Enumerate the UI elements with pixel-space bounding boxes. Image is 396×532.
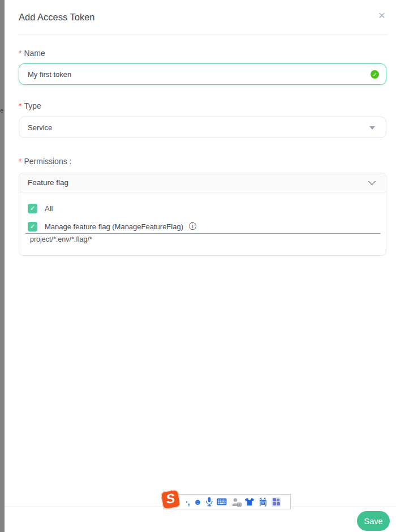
- close-icon[interactable]: ×: [375, 8, 389, 23]
- feature-flag-collapse-header[interactable]: Feature flag: [19, 173, 386, 192]
- punctuation-icon[interactable]: ·,: [186, 497, 190, 507]
- header-divider: [18, 35, 388, 35]
- background-text-fragment: e: [0, 107, 6, 114]
- simplified-chinese-icon[interactable]: [259, 497, 268, 507]
- type-label: *Type: [19, 101, 41, 110]
- toolbox-grid-icon[interactable]: [272, 497, 281, 507]
- valid-check-icon: ✓: [371, 70, 379, 79]
- page-title: Add Access Token: [19, 12, 95, 23]
- name-label: *Name: [19, 49, 45, 58]
- save-button[interactable]: Save: [357, 511, 390, 531]
- emoji-icon[interactable]: ☻: [193, 497, 203, 507]
- name-input-value: My first token: [28, 70, 71, 79]
- type-select[interactable]: Service: [19, 117, 386, 138]
- account-icon[interactable]: 21: [231, 497, 240, 507]
- ime-toolbar: ·, ☻: [163, 494, 291, 509]
- name-input[interactable]: My first token ✓: [19, 63, 386, 85]
- required-asterisk: *: [19, 157, 21, 166]
- feature-flag-title: Feature flag: [28, 178, 68, 187]
- resource-pattern: project/*:env/*:flag/*: [30, 235, 386, 243]
- manage-feature-flag-label: Manage feature flag (ManageFeatureFlag): [45, 222, 183, 231]
- all-checkbox-label: All: [45, 204, 53, 213]
- screen: e Add Access Token × *Name My first toke…: [0, 0, 396, 532]
- resource-underline: [25, 233, 381, 234]
- microphone-icon[interactable]: [206, 497, 213, 507]
- permission-row: ✓ Manage feature flag (ManageFeatureFlag…: [28, 221, 386, 231]
- permission-row: ✓ All: [28, 204, 386, 213]
- skin-tshirt-icon[interactable]: [244, 497, 255, 506]
- keyboard-icon[interactable]: [217, 498, 227, 505]
- background-overlay-strip: [0, 0, 5, 532]
- required-asterisk: *: [19, 101, 21, 110]
- manage-feature-flag-checkbox[interactable]: ✓: [28, 222, 37, 231]
- permissions-panel: Feature flag ✓ All ✓ Manage feature flag…: [19, 173, 386, 256]
- dropdown-caret-icon: [369, 126, 375, 130]
- all-checkbox[interactable]: ✓: [28, 204, 37, 213]
- chevron-down-icon: [368, 178, 376, 185]
- permissions-label: *Permissions :: [19, 157, 71, 166]
- sogou-logo-icon[interactable]: S: [161, 490, 180, 509]
- required-asterisk: *: [19, 49, 21, 58]
- account-badge: 21: [237, 503, 242, 507]
- info-icon[interactable]: ⓘ: [189, 221, 197, 231]
- type-select-value: Service: [28, 123, 52, 132]
